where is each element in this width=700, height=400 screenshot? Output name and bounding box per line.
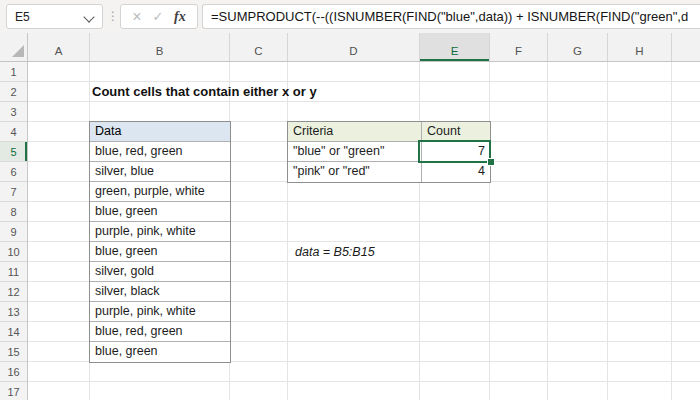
criteria-table-header-row: Criteria Count [288, 122, 490, 142]
chevron-down-icon[interactable] [83, 11, 94, 22]
data-table-row[interactable]: silver, gold [90, 262, 230, 282]
formula-icon-group: × ✓ fx [120, 4, 198, 29]
column-header-i[interactable]: I [672, 33, 700, 61]
gridline-vertical [671, 62, 672, 400]
row-header-11[interactable]: 11 [0, 262, 27, 282]
column-header-d[interactable]: D [288, 33, 420, 61]
formula-bar: E5 ⋮ × ✓ fx =SUMPRODUCT(--((ISNUMBER(FIN… [0, 0, 700, 33]
data-table-row[interactable]: purple, pink, white [90, 222, 230, 242]
select-all-corner[interactable] [0, 33, 28, 62]
fill-handle[interactable] [487, 158, 495, 166]
column-header-e[interactable]: E [420, 33, 490, 61]
active-cell-selection-border [418, 140, 491, 163]
criteria-table-row: "pink" or "red"4 [288, 162, 490, 182]
insert-function-icon[interactable]: fx [174, 9, 186, 25]
data-table-row[interactable]: blue, green [90, 342, 230, 362]
data-table-row[interactable]: green, purple, white [90, 182, 230, 202]
row-header-1[interactable]: 1 [0, 62, 27, 82]
criteria-cell[interactable]: "blue" or "green" [288, 142, 421, 161]
count-cell[interactable]: 4 [421, 162, 490, 182]
row-header-7[interactable]: 7 [0, 182, 27, 202]
formula-input[interactable]: =SUMPRODUCT(--((ISNUMBER(FIND("blue",dat… [202, 4, 700, 29]
row-header-4[interactable]: 4 [0, 122, 27, 142]
name-box[interactable]: E5 [6, 4, 103, 29]
column-header-f[interactable]: F [490, 33, 548, 61]
row-header-13[interactable]: 13 [0, 302, 27, 322]
enter-icon[interactable]: ✓ [152, 10, 163, 24]
row-header-17[interactable]: 17 [0, 382, 27, 400]
criteria-header-cell[interactable]: Criteria [288, 122, 421, 141]
data-table-row[interactable]: blue, red, green [90, 142, 230, 162]
row-header-5[interactable]: 5 [0, 142, 27, 162]
row-header-2[interactable]: 2 [0, 82, 27, 102]
criteria-cell[interactable]: "pink" or "red" [288, 162, 421, 182]
column-header-b[interactable]: B [90, 33, 230, 61]
row-header-14[interactable]: 14 [0, 322, 27, 342]
gridline-vertical [489, 62, 490, 400]
row-header-3[interactable]: 3 [0, 102, 27, 122]
column-header-c[interactable]: C [230, 33, 288, 61]
data-table-rows: blue, red, greensilver, bluegreen, purpl… [90, 142, 230, 362]
row-header-15[interactable]: 15 [0, 342, 27, 362]
data-table-row[interactable]: purple, pink, white [90, 302, 230, 322]
select-all-triangle-icon [12, 45, 24, 57]
data-table-row[interactable]: blue, green [90, 242, 230, 262]
gridline-vertical [419, 62, 420, 400]
data-table-row[interactable]: blue, green [90, 202, 230, 222]
gridline-vertical [607, 62, 608, 400]
cell-reference: E5 [15, 10, 30, 24]
row-header-10[interactable]: 10 [0, 242, 27, 262]
column-header-g[interactable]: G [548, 33, 608, 61]
data-table-row[interactable]: blue, red, green [90, 322, 230, 342]
gridline-vertical [547, 62, 548, 400]
separator-dots-icon: ⋮ [107, 8, 119, 24]
count-header-cell[interactable]: Count [421, 122, 490, 141]
data-table-header[interactable]: Data [90, 122, 230, 142]
row-header-9[interactable]: 9 [0, 222, 27, 242]
column-header-a[interactable]: A [28, 33, 90, 61]
row-headers: 1234567891011121314151617 [0, 62, 28, 400]
sheet-grid: Count cells that contain either x or y D… [28, 62, 700, 400]
row-header-8[interactable]: 8 [0, 202, 27, 222]
row-header-6[interactable]: 6 [0, 162, 27, 182]
data-table-row[interactable]: silver, blue [90, 162, 230, 182]
row-header-16[interactable]: 16 [0, 362, 27, 382]
column-headers: ABCDEFGHI [28, 33, 700, 62]
data-table-row[interactable]: silver, black [90, 282, 230, 302]
row-header-12[interactable]: 12 [0, 282, 27, 302]
gridline-vertical [287, 62, 288, 400]
named-range-note[interactable]: data = B5:B15 [295, 242, 375, 262]
column-header-h[interactable]: H [608, 33, 672, 61]
formula-text: =SUMPRODUCT(--((ISNUMBER(FIND("blue",dat… [203, 9, 688, 24]
data-table: Data blue, red, greensilver, bluegreen, … [89, 121, 231, 363]
cancel-icon[interactable]: × [132, 9, 141, 25]
worksheet-title[interactable]: Count cells that contain either x or y [92, 82, 317, 102]
